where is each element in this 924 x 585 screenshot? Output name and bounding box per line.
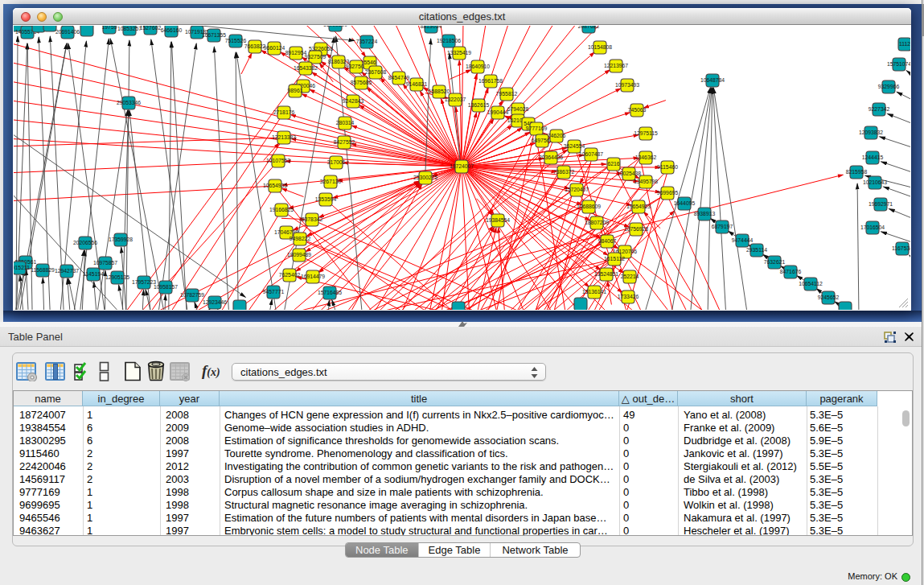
svg-text:10975857: 10975857 <box>93 260 117 266</box>
svg-text:12213967: 12213967 <box>604 63 628 68</box>
svg-text:13325419: 13325419 <box>447 50 471 56</box>
svg-text:9457771: 9457771 <box>263 289 285 295</box>
svg-text:9327509: 9327509 <box>305 54 326 60</box>
svg-text:16671355: 16671355 <box>202 32 226 38</box>
svg-text:10154808: 10154808 <box>588 44 612 50</box>
svg-text:746206: 746206 <box>548 133 566 138</box>
svg-text:1644095: 1644095 <box>674 200 696 206</box>
svg-text:7663822: 7663822 <box>244 43 266 49</box>
svg-text:8427552: 8427552 <box>334 139 355 145</box>
svg-text:18807209: 18807209 <box>585 220 609 225</box>
svg-text:7632621: 7632621 <box>764 259 786 265</box>
svg-text:9146821: 9146821 <box>406 81 428 87</box>
svg-text:18099489: 18099489 <box>287 252 311 257</box>
svg-text:8471676: 8471676 <box>780 269 802 274</box>
svg-text:2935114: 2935114 <box>746 247 767 253</box>
svg-text:29053346: 29053346 <box>117 100 141 105</box>
svg-text:6879197: 6879197 <box>712 224 733 229</box>
svg-text:16033809: 16033809 <box>323 26 347 27</box>
svg-text:1353594: 1353594 <box>315 196 337 202</box>
svg-text:9498222: 9498222 <box>290 236 311 241</box>
svg-text:8215958: 8215958 <box>846 169 868 175</box>
svg-text:1145194: 1145194 <box>83 271 104 277</box>
svg-text:6216: 6216 <box>607 161 619 167</box>
svg-text:1990444: 1990444 <box>487 109 509 115</box>
svg-text:18724007: 18724007 <box>450 163 474 169</box>
svg-text:19166825: 19166825 <box>269 207 294 212</box>
svg-text:1362615: 1362615 <box>468 102 490 108</box>
svg-text:6497568: 6497568 <box>532 138 553 143</box>
svg-text:10025438: 10025438 <box>617 171 641 176</box>
svg-text:12213383: 12213383 <box>272 134 296 140</box>
svg-text:10973493: 10973493 <box>615 82 639 88</box>
svg-text:6794028: 6794028 <box>507 106 529 112</box>
svg-text:16914479: 16914479 <box>301 274 325 279</box>
svg-text:8454749: 8454749 <box>388 75 410 80</box>
svg-text:16543382: 16543382 <box>294 65 318 71</box>
svg-text:13524851: 13524851 <box>594 271 618 277</box>
svg-text:1733426: 1733426 <box>618 294 639 299</box>
svg-text:9699695: 9699695 <box>657 190 679 196</box>
svg-text:10688609: 10688609 <box>577 204 601 209</box>
svg-text:15720407: 15720407 <box>565 187 589 192</box>
svg-text:9227342: 9227342 <box>869 106 890 112</box>
svg-text:18640910: 18640910 <box>466 64 490 69</box>
svg-text:1527602: 1527602 <box>140 26 162 31</box>
svg-text:7515526: 7515526 <box>225 38 247 43</box>
svg-text:8378342: 8378342 <box>302 216 323 222</box>
svg-text:2367608: 2367608 <box>365 69 387 75</box>
svg-text:9242843: 9242843 <box>343 98 364 104</box>
svg-text:16961758: 16961758 <box>478 78 503 84</box>
svg-text:9474444: 9474444 <box>732 237 754 243</box>
svg-text:19384554: 19384554 <box>486 217 510 223</box>
svg-text:12093832: 12093832 <box>859 130 883 135</box>
svg-text:15136141: 15136141 <box>582 289 606 295</box>
svg-text:10607487: 10607487 <box>579 151 603 157</box>
svg-text:10958157: 10958157 <box>154 284 178 290</box>
svg-text:17016504: 17016504 <box>860 225 885 230</box>
svg-text:280314: 280314 <box>336 120 355 126</box>
svg-text:7955812: 7955812 <box>496 91 518 97</box>
svg-text:17957223: 17957223 <box>132 279 156 285</box>
svg-text:1346362: 1346362 <box>635 154 657 160</box>
svg-text:11568829: 11568829 <box>31 267 55 273</box>
svg-text:984067: 984067 <box>598 238 617 244</box>
svg-text:9115460: 9115460 <box>657 164 678 170</box>
svg-text:7357224: 7357224 <box>356 39 378 44</box>
svg-text:12942737: 12942737 <box>55 268 79 274</box>
svg-text:1112: 1112 <box>899 41 910 47</box>
svg-text:98961: 98961 <box>288 88 303 93</box>
svg-text:19692971: 19692971 <box>869 201 893 207</box>
svg-text:9777169: 9777169 <box>526 126 548 131</box>
svg-text:10853257: 10853257 <box>117 26 142 31</box>
svg-text:1244415: 1244415 <box>862 154 884 160</box>
svg-text:8912954: 8912954 <box>285 50 307 56</box>
svg-text:7386372: 7386372 <box>553 169 575 175</box>
svg-text:25300275: 25300275 <box>413 175 437 180</box>
svg-text:6466160: 6466160 <box>161 27 183 33</box>
svg-text:10210643: 10210643 <box>863 179 887 185</box>
svg-text:12975115: 12975115 <box>634 130 658 136</box>
svg-text:19218506: 19218506 <box>437 38 461 43</box>
svg-text:9329966: 9329966 <box>878 84 900 89</box>
svg-text:12923446: 12923446 <box>203 299 227 305</box>
svg-text:2087682: 2087682 <box>578 26 600 29</box>
svg-text:9245652: 9245652 <box>818 295 840 300</box>
svg-text:20206556: 20206556 <box>73 240 97 245</box>
svg-text:317006: 317006 <box>327 159 346 165</box>
svg-text:2718176: 2718176 <box>273 109 295 115</box>
svg-text:8938913: 8938913 <box>694 211 716 216</box>
svg-text:15716485: 15716485 <box>318 290 342 295</box>
svg-text:12905135: 12905135 <box>105 274 129 280</box>
svg-text:15751074: 15751074 <box>887 61 910 67</box>
svg-text:10654112: 10654112 <box>799 281 823 286</box>
svg-text:3915211: 3915211 <box>14 265 30 270</box>
svg-text:1167534: 1167534 <box>892 245 910 251</box>
svg-text:1615112: 1615112 <box>604 256 625 262</box>
svg-text:8575685: 8575685 <box>351 80 372 85</box>
svg-text:3624554: 3624554 <box>564 143 585 149</box>
svg-text:7625402: 7625402 <box>279 272 301 278</box>
svg-text:17359928: 17359928 <box>109 237 133 242</box>
svg-text:1588520: 1588520 <box>429 89 450 94</box>
svg-text:745063: 745063 <box>628 107 647 113</box>
